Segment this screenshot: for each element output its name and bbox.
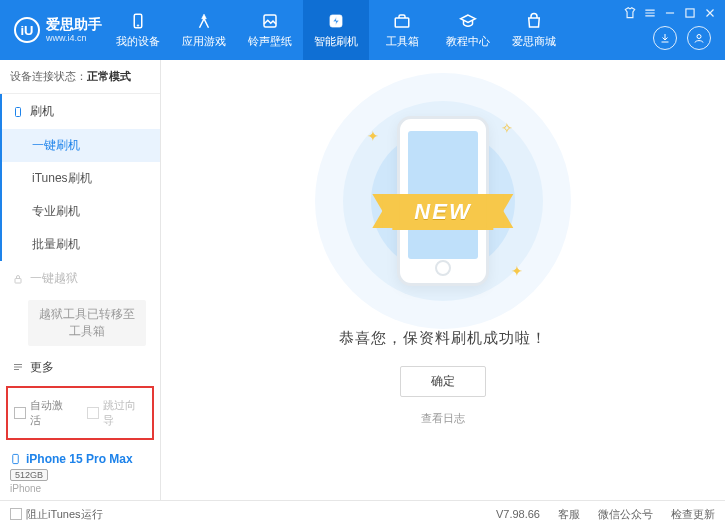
connection-status: 设备连接状态：正常模式	[0, 60, 160, 94]
nav-label: 工具箱	[386, 34, 419, 49]
checkbox-block-itunes[interactable]: 阻止iTunes运行	[10, 507, 103, 522]
close-icon[interactable]	[703, 6, 717, 20]
svg-rect-7	[16, 107, 21, 116]
phone-icon	[12, 106, 24, 118]
star-icon: ✧	[501, 120, 513, 136]
store-icon	[525, 12, 543, 30]
sidebar-item-batch[interactable]: 批量刷机	[2, 228, 160, 261]
window-controls	[623, 6, 717, 20]
nav-apps[interactable]: 应用游戏	[171, 0, 237, 60]
storage-badge: 512GB	[10, 469, 48, 481]
success-message: 恭喜您，保资料刷机成功啦！	[339, 329, 547, 348]
nav-label: 智能刷机	[314, 34, 358, 49]
brand-title: 爱思助手	[46, 17, 102, 32]
nav-ringtones[interactable]: 铃声壁纸	[237, 0, 303, 60]
section-more[interactable]: 更多	[2, 350, 160, 382]
device-icon	[129, 12, 147, 30]
tutorial-icon	[459, 12, 477, 30]
nav-label: 铃声壁纸	[248, 34, 292, 49]
support-link[interactable]: 客服	[558, 507, 580, 522]
apps-icon	[195, 12, 213, 30]
more-icon	[12, 361, 24, 373]
section-jailbreak[interactable]: 一键越狱	[2, 261, 160, 296]
update-link[interactable]: 检查更新	[671, 507, 715, 522]
nav-toolbox[interactable]: 工具箱	[369, 0, 435, 60]
svg-rect-9	[13, 454, 19, 463]
sidebar-item-pro[interactable]: 专业刷机	[2, 195, 160, 228]
menu-icon[interactable]	[643, 6, 657, 20]
nav-tutorials[interactable]: 教程中心	[435, 0, 501, 60]
sidebar-item-itunes[interactable]: iTunes刷机	[2, 162, 160, 195]
view-log-link[interactable]: 查看日志	[421, 411, 465, 426]
maximize-icon[interactable]	[683, 6, 697, 20]
svg-point-1	[137, 24, 139, 26]
version-label: V7.98.66	[496, 508, 540, 520]
device-type: iPhone	[10, 483, 150, 494]
checkbox-skip-guide[interactable]: 跳过向导	[87, 398, 146, 428]
brand-url: www.i4.cn	[46, 33, 102, 43]
minimize-icon[interactable]	[663, 6, 677, 20]
toolbox-icon	[393, 12, 411, 30]
auto-options-highlight: 自动激活 跳过向导	[6, 386, 154, 440]
nav-label: 应用游戏	[182, 34, 226, 49]
star-icon: ✦	[511, 263, 523, 279]
ok-button[interactable]: 确定	[400, 366, 486, 397]
nav-store[interactable]: 爱思商城	[501, 0, 567, 60]
success-illustration: ✦ ✧ ✦ NEW	[333, 98, 553, 303]
sidebar: 设备连接状态：正常模式 刷机 一键刷机 iTunes刷机 专业刷机 批量刷机 一…	[0, 60, 161, 500]
svg-rect-2	[264, 15, 276, 27]
status-bar: 阻止iTunes运行 V7.98.66 客服 微信公众号 检查更新	[0, 500, 725, 527]
logo-area: iU 爱思助手 www.i4.cn	[0, 17, 105, 43]
wallpaper-icon	[261, 12, 279, 30]
logo-icon: iU	[14, 17, 40, 43]
lock-icon	[12, 273, 24, 285]
svg-rect-8	[15, 278, 21, 283]
wechat-link[interactable]: 微信公众号	[598, 507, 653, 522]
svg-rect-5	[686, 9, 694, 17]
sidebar-item-oneclick[interactable]: 一键刷机	[2, 129, 160, 162]
nav-my-device[interactable]: 我的设备	[105, 0, 171, 60]
svg-rect-4	[395, 18, 409, 27]
main-nav: 我的设备 应用游戏 铃声壁纸 智能刷机 工具箱 教程中心 爱思商城	[105, 0, 567, 60]
skin-icon[interactable]	[623, 6, 637, 20]
device-name[interactable]: iPhone 15 Pro Max	[10, 452, 150, 466]
section-flash[interactable]: 刷机	[2, 94, 160, 129]
main-content: ✦ ✧ ✦ NEW 恭喜您，保资料刷机成功啦！ 确定 查看日志	[161, 60, 725, 500]
jailbreak-note: 越狱工具已转移至工具箱	[28, 300, 146, 346]
app-header: iU 爱思助手 www.i4.cn 我的设备 应用游戏 铃声壁纸 智能刷机 工具…	[0, 0, 725, 60]
flash-icon	[327, 12, 345, 30]
device-info: iPhone 15 Pro Max 512GB iPhone	[0, 444, 160, 500]
user-button[interactable]	[687, 26, 711, 50]
nav-label: 我的设备	[116, 34, 160, 49]
star-icon: ✦	[367, 128, 379, 144]
checkbox-auto-activate[interactable]: 自动激活	[14, 398, 73, 428]
download-button[interactable]	[653, 26, 677, 50]
nav-label: 教程中心	[446, 34, 490, 49]
svg-point-6	[697, 35, 701, 39]
nav-flash[interactable]: 智能刷机	[303, 0, 369, 60]
nav-label: 爱思商城	[512, 34, 556, 49]
phone-icon	[10, 452, 21, 466]
new-ribbon: NEW	[392, 194, 493, 230]
